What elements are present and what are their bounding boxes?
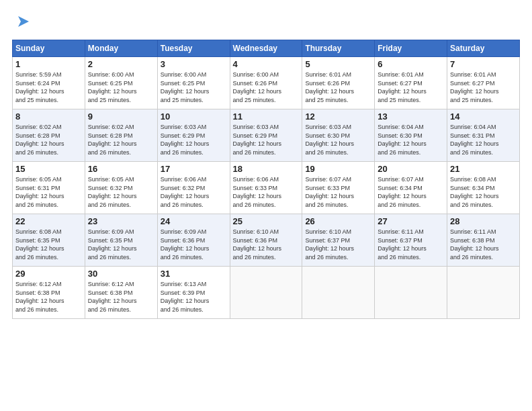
calendar-cell: 28Sunrise: 6:11 AM Sunset: 6:38 PM Dayli… (447, 214, 520, 267)
calendar-cell (302, 267, 375, 319)
calendar-week-row: 29Sunrise: 6:12 AM Sunset: 6:38 PM Dayli… (13, 267, 520, 319)
day-number: 13 (378, 111, 444, 122)
calendar-cell: 31Sunrise: 6:13 AM Sunset: 6:39 PM Dayli… (157, 267, 230, 319)
day-info: Sunrise: 6:02 AM Sunset: 6:28 PM Dayligh… (15, 123, 82, 156)
day-number: 29 (15, 269, 82, 279)
day-info: Sunrise: 6:10 AM Sunset: 6:36 PM Dayligh… (233, 228, 300, 261)
day-info: Sunrise: 6:05 AM Sunset: 6:31 PM Dayligh… (15, 175, 82, 209)
day-info: Sunrise: 6:03 AM Sunset: 6:29 PM Dayligh… (233, 123, 300, 156)
calendar-cell: 22Sunrise: 6:08 AM Sunset: 6:35 PM Dayli… (13, 214, 85, 267)
calendar-cell: 17Sunrise: 6:06 AM Sunset: 6:32 PM Dayli… (157, 162, 230, 214)
logo-arrow-icon (14, 12, 33, 31)
calendar-cell: 11Sunrise: 6:03 AM Sunset: 6:29 PM Dayli… (230, 109, 302, 162)
day-number: 18 (233, 164, 300, 174)
calendar-cell: 13Sunrise: 6:04 AM Sunset: 6:30 PM Dayli… (375, 109, 447, 162)
day-info: Sunrise: 6:00 AM Sunset: 6:25 PM Dayligh… (88, 71, 154, 104)
day-info: Sunrise: 6:00 AM Sunset: 6:25 PM Dayligh… (161, 71, 227, 104)
day-number: 9 (88, 111, 154, 122)
calendar-week-row: 22Sunrise: 6:08 AM Sunset: 6:35 PM Dayli… (13, 214, 520, 267)
logo (12, 12, 33, 32)
day-number: 30 (88, 269, 154, 279)
calendar-table: SundayMondayTuesdayWednesdayThursdayFrid… (12, 40, 520, 319)
calendar-body: 1Sunrise: 5:59 AM Sunset: 6:24 PM Daylig… (13, 57, 520, 319)
calendar-cell: 5Sunrise: 6:01 AM Sunset: 6:26 PM Daylig… (302, 57, 375, 109)
calendar-header-row: SundayMondayTuesdayWednesdayThursdayFrid… (13, 40, 520, 57)
calendar-cell: 9Sunrise: 6:02 AM Sunset: 6:28 PM Daylig… (85, 109, 157, 162)
calendar-week-row: 1Sunrise: 5:59 AM Sunset: 6:24 PM Daylig… (13, 57, 520, 109)
header (12, 12, 520, 32)
day-info: Sunrise: 5:59 AM Sunset: 6:24 PM Dayligh… (15, 71, 82, 104)
day-info: Sunrise: 6:03 AM Sunset: 6:30 PM Dayligh… (305, 123, 371, 156)
calendar-cell: 7Sunrise: 6:01 AM Sunset: 6:27 PM Daylig… (447, 57, 520, 109)
day-number: 1 (15, 59, 82, 69)
day-number: 12 (305, 111, 371, 122)
page: SundayMondayTuesdayWednesdayThursdayFrid… (0, 0, 532, 326)
day-info: Sunrise: 6:09 AM Sunset: 6:35 PM Dayligh… (88, 228, 154, 261)
calendar-cell: 27Sunrise: 6:11 AM Sunset: 6:37 PM Dayli… (375, 214, 447, 267)
day-number: 5 (305, 59, 371, 69)
day-number: 14 (450, 111, 517, 122)
weekday-header: Monday (85, 40, 157, 57)
calendar-week-row: 15Sunrise: 6:05 AM Sunset: 6:31 PM Dayli… (13, 162, 520, 214)
day-number: 6 (378, 59, 444, 69)
calendar-cell: 29Sunrise: 6:12 AM Sunset: 6:38 PM Dayli… (13, 267, 85, 319)
calendar-cell (375, 267, 447, 319)
day-number: 25 (233, 216, 300, 226)
day-number: 3 (161, 59, 227, 69)
calendar-cell: 16Sunrise: 6:05 AM Sunset: 6:32 PM Dayli… (85, 162, 157, 214)
calendar-cell: 1Sunrise: 5:59 AM Sunset: 6:24 PM Daylig… (13, 57, 85, 109)
weekday-header: Tuesday (157, 40, 230, 57)
day-info: Sunrise: 6:05 AM Sunset: 6:32 PM Dayligh… (88, 175, 154, 209)
weekday-header: Thursday (302, 40, 375, 57)
day-info: Sunrise: 6:04 AM Sunset: 6:31 PM Dayligh… (450, 123, 517, 156)
day-info: Sunrise: 6:02 AM Sunset: 6:28 PM Dayligh… (88, 123, 154, 156)
calendar-cell: 3Sunrise: 6:00 AM Sunset: 6:25 PM Daylig… (157, 57, 230, 109)
day-number: 22 (15, 216, 82, 226)
day-info: Sunrise: 6:12 AM Sunset: 6:38 PM Dayligh… (88, 280, 154, 314)
calendar-cell: 24Sunrise: 6:09 AM Sunset: 6:36 PM Dayli… (157, 214, 230, 267)
day-info: Sunrise: 6:01 AM Sunset: 6:27 PM Dayligh… (450, 71, 517, 104)
day-number: 15 (15, 164, 82, 174)
day-info: Sunrise: 6:00 AM Sunset: 6:26 PM Dayligh… (233, 71, 300, 104)
day-info: Sunrise: 6:13 AM Sunset: 6:39 PM Dayligh… (161, 280, 227, 314)
calendar-cell: 15Sunrise: 6:05 AM Sunset: 6:31 PM Dayli… (13, 162, 85, 214)
day-info: Sunrise: 6:01 AM Sunset: 6:27 PM Dayligh… (378, 71, 444, 104)
calendar-cell: 23Sunrise: 6:09 AM Sunset: 6:35 PM Dayli… (85, 214, 157, 267)
day-number: 8 (15, 111, 82, 122)
day-info: Sunrise: 6:04 AM Sunset: 6:30 PM Dayligh… (378, 123, 444, 156)
day-number: 20 (378, 164, 444, 174)
calendar-cell: 26Sunrise: 6:10 AM Sunset: 6:37 PM Dayli… (302, 214, 375, 267)
day-info: Sunrise: 6:06 AM Sunset: 6:33 PM Dayligh… (233, 175, 300, 209)
day-number: 21 (450, 164, 517, 174)
day-info: Sunrise: 6:09 AM Sunset: 6:36 PM Dayligh… (161, 228, 227, 261)
weekday-header: Friday (375, 40, 447, 57)
calendar-cell: 21Sunrise: 6:08 AM Sunset: 6:34 PM Dayli… (447, 162, 520, 214)
day-info: Sunrise: 6:03 AM Sunset: 6:29 PM Dayligh… (161, 123, 227, 156)
calendar-cell: 30Sunrise: 6:12 AM Sunset: 6:38 PM Dayli… (85, 267, 157, 319)
calendar-cell (230, 267, 302, 319)
day-number: 10 (161, 111, 227, 122)
calendar-cell: 14Sunrise: 6:04 AM Sunset: 6:31 PM Dayli… (447, 109, 520, 162)
day-number: 26 (305, 216, 371, 226)
day-info: Sunrise: 6:07 AM Sunset: 6:34 PM Dayligh… (378, 175, 444, 209)
day-number: 7 (450, 59, 517, 69)
calendar-cell (447, 267, 520, 319)
weekday-header: Sunday (13, 40, 85, 57)
day-info: Sunrise: 6:08 AM Sunset: 6:35 PM Dayligh… (15, 228, 82, 261)
calendar-cell: 6Sunrise: 6:01 AM Sunset: 6:27 PM Daylig… (375, 57, 447, 109)
day-number: 23 (88, 216, 154, 226)
day-info: Sunrise: 6:10 AM Sunset: 6:37 PM Dayligh… (305, 228, 371, 261)
day-number: 2 (88, 59, 154, 69)
day-number: 16 (88, 164, 154, 174)
day-number: 24 (161, 216, 227, 226)
day-number: 28 (450, 216, 517, 226)
day-info: Sunrise: 6:12 AM Sunset: 6:38 PM Dayligh… (15, 280, 82, 314)
calendar-week-row: 8Sunrise: 6:02 AM Sunset: 6:28 PM Daylig… (13, 109, 520, 162)
day-number: 27 (378, 216, 444, 226)
day-number: 17 (161, 164, 227, 174)
day-info: Sunrise: 6:08 AM Sunset: 6:34 PM Dayligh… (450, 175, 517, 209)
weekday-header: Saturday (447, 40, 520, 57)
calendar-cell: 25Sunrise: 6:10 AM Sunset: 6:36 PM Dayli… (230, 214, 302, 267)
logo-text (12, 12, 33, 34)
weekday-header: Wednesday (230, 40, 302, 57)
